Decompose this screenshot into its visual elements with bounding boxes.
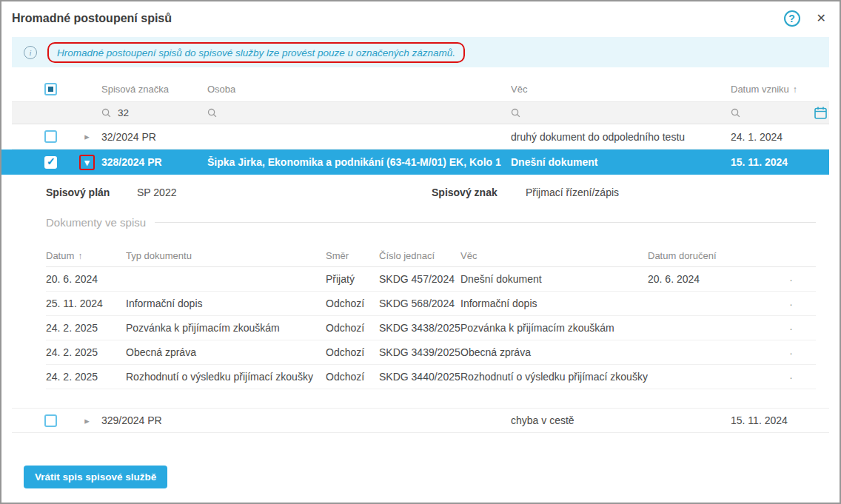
info-banner: i Hromadné postoupení spisů do spisové s… xyxy=(12,37,829,67)
doc-cell-smer: Odchozí xyxy=(326,298,379,309)
document-row[interactable]: 20. 6. 2024 Přijatý SKDG 457/2024 Dnešní… xyxy=(46,267,816,292)
search-icon xyxy=(731,108,740,118)
row-checkbox[interactable] xyxy=(44,414,57,427)
doc-cell-smer: Odchozí xyxy=(326,371,379,383)
row-checkbox[interactable] xyxy=(44,130,57,143)
doc-cell-vec: Pozvánka k přijímacím zkouškám xyxy=(460,322,648,334)
banner-annotation-box: Hromadné postoupení spisů do spisové slu… xyxy=(47,42,465,63)
row-checkbox[interactable] xyxy=(44,156,57,169)
doc-cell-datum: 24. 2. 2025 xyxy=(46,346,126,358)
doc-column-smer[interactable]: Směr xyxy=(326,250,379,261)
cell-spisova-znacka: 32/2024 PR xyxy=(101,131,207,143)
cell-vec: chyba v cestě xyxy=(511,414,731,426)
sort-asc-icon: ↑ xyxy=(793,84,797,95)
filter-osoba-input[interactable] xyxy=(224,107,275,118)
expand-icon[interactable]: ▸ xyxy=(84,132,90,141)
doc-cell-cislo-jednaci: SKDG 457/2024 xyxy=(379,273,460,285)
row-menu-icon[interactable]: · xyxy=(766,371,816,383)
doc-column-cislo-jednaci[interactable]: Číslo jednací xyxy=(379,250,460,261)
doc-cell-vec: Obecná zpráva xyxy=(460,346,648,358)
files-table-header: Spisová značka Osoba Věc Datum vzniku↑ xyxy=(12,76,829,101)
document-row[interactable]: 25. 11. 2024 Informační dopis Odchozí SK… xyxy=(46,292,816,316)
return-file-button[interactable]: Vrátit spis spisové službě xyxy=(24,466,167,488)
row-menu-icon[interactable]: · xyxy=(766,346,816,359)
header-actions: ? ✕ xyxy=(784,10,826,27)
doc-cell-vec: Rozhodnutí o výsledku přijímací zkoušky xyxy=(460,371,648,383)
filter-datum-vzniku-input[interactable] xyxy=(747,107,783,118)
calendar-icon[interactable] xyxy=(814,106,828,120)
document-row[interactable]: 24. 2. 2025 Pozvánka k přijímacím zkoušk… xyxy=(46,316,816,340)
cell-vec: druhý dokument do odpoledního testu xyxy=(511,131,731,143)
filter-vec-input[interactable] xyxy=(527,107,579,118)
doc-cell-vec: Dnešní dokument xyxy=(460,273,648,285)
help-icon[interactable]: ? xyxy=(784,10,800,27)
doc-cell-datum: 20. 6. 2024 xyxy=(46,273,126,285)
row-menu-icon[interactable]: · xyxy=(766,298,816,310)
column-header-datum-vzniku-label: Datum vzniku xyxy=(731,84,789,95)
doc-cell-datum: 24. 2. 2025 xyxy=(46,322,126,334)
dialog-header: Hromadné postoupení spisů ? ✕ xyxy=(1,1,840,33)
cell-datum-vzniku: 15. 11. 2024 xyxy=(731,156,829,168)
cell-osoba: Šipka Jirka, Ekonomika a podnikání (63-4… xyxy=(207,156,511,168)
cell-vec: Dnešní dokument xyxy=(511,156,731,168)
dialog-footer: Vrátit spis spisové službě xyxy=(24,466,840,488)
cell-datum-vzniku: 15. 11. 2024 xyxy=(731,414,829,426)
doc-cell-cislo-jednaci: SKDG 3440/2025 xyxy=(379,371,460,383)
search-icon xyxy=(511,108,520,118)
doc-cell-smer: Odchozí xyxy=(326,346,379,358)
search-icon xyxy=(207,108,217,118)
spisovy-znak-value: Přijmací řízení/zápis xyxy=(526,187,840,198)
close-icon[interactable]: ✕ xyxy=(817,13,826,24)
doc-cell-smer: Odchozí xyxy=(326,322,379,334)
table-row[interactable]: ▸ 32/2024 PR druhý dokument do odpolední… xyxy=(12,124,829,149)
expander-annotation-box: ▾ xyxy=(79,155,95,170)
section-divider xyxy=(155,222,816,223)
row-menu-icon[interactable]: · xyxy=(766,322,816,335)
cell-spisova-znacka: 328/2024 PR xyxy=(101,156,207,168)
doc-cell-datum-doruceni: 20. 6. 2024 xyxy=(648,273,766,285)
doc-cell-vec: Informační dopis xyxy=(460,298,648,309)
collapse-icon[interactable]: ▾ xyxy=(84,158,90,167)
doc-cell-typ: Obecná zpráva xyxy=(126,346,326,358)
page-title: Hromadné postoupení spisů xyxy=(12,12,172,25)
document-row[interactable]: 24. 2. 2025 Rozhodnutí o výsledku přijím… xyxy=(46,365,816,389)
doc-cell-cislo-jednaci: SKDG 3439/2025 xyxy=(379,346,460,358)
bulk-transfer-dialog: Hromadné postoupení spisů ? ✕ i Hromadné… xyxy=(0,0,841,504)
file-detail-panel: Spisový plán SP 2022 Spisový znak Přijma… xyxy=(1,175,840,398)
column-header-vec[interactable]: Věc xyxy=(511,84,731,95)
doc-cell-cislo-jednaci: SKDG 568/2024 xyxy=(379,298,460,309)
column-header-spisova-znacka[interactable]: Spisová značka xyxy=(101,84,207,95)
cell-datum-vzniku: 24. 1. 2024 xyxy=(731,131,829,143)
doc-column-datum-doruceni[interactable]: Datum doručení xyxy=(648,250,766,261)
document-row[interactable]: 24. 2. 2025 Obecná zpráva Odchozí SKDG 3… xyxy=(46,340,816,365)
doc-cell-datum: 25. 11. 2024 xyxy=(46,298,126,309)
documents-table-header: Datum↑ Typ dokumentu Směr Číslo jednací … xyxy=(46,245,816,267)
column-header-datum-vzniku[interactable]: Datum vzniku↑ xyxy=(731,84,829,95)
select-all-checkbox[interactable] xyxy=(44,83,57,95)
doc-cell-typ: Informační dopis xyxy=(126,298,326,309)
doc-cell-typ: Pozvánka k přijímacím zkouškám xyxy=(126,322,326,334)
table-row[interactable]: ▸ 329/2024 PR chyba v cestě 15. 11. 2024 xyxy=(12,408,829,433)
documents-section-title: Dokumenty ve spisu xyxy=(46,216,816,229)
doc-column-vec[interactable]: Věc xyxy=(460,250,648,261)
doc-column-typ[interactable]: Typ dokumentu xyxy=(126,250,326,261)
spisovy-znak-label: Spisový znak xyxy=(432,187,526,198)
table-row-selected[interactable]: ▾ 328/2024 PR Šipka Jirka, Ekonomika a p… xyxy=(1,149,829,175)
info-icon: i xyxy=(24,46,37,59)
spisovy-plan-value: SP 2022 xyxy=(137,187,432,198)
filter-spisova-znacka-input[interactable] xyxy=(118,107,170,118)
doc-column-datum[interactable]: Datum↑ xyxy=(46,250,126,261)
spisovy-plan-label: Spisový plán xyxy=(46,187,137,198)
doc-cell-cislo-jednaci: SKDG 3438/2025 xyxy=(379,322,460,334)
documents-table: Datum↑ Typ dokumentu Směr Číslo jednací … xyxy=(46,245,816,389)
detail-fields: Spisový plán SP 2022 Spisový znak Přijma… xyxy=(46,187,840,198)
sort-asc-icon: ↑ xyxy=(78,251,82,261)
column-header-osoba[interactable]: Osoba xyxy=(207,84,511,95)
expand-icon[interactable]: ▸ xyxy=(84,416,90,426)
documents-section-title-label: Dokumenty ve spisu xyxy=(46,216,146,229)
search-icon xyxy=(101,108,111,118)
row-menu-icon[interactable]: · xyxy=(766,273,816,286)
doc-cell-smer: Přijatý xyxy=(326,273,379,285)
doc-column-datum-label: Datum xyxy=(46,250,74,261)
doc-cell-typ: Rozhodnutí o výsledku přijímací zkoušky xyxy=(126,371,326,383)
